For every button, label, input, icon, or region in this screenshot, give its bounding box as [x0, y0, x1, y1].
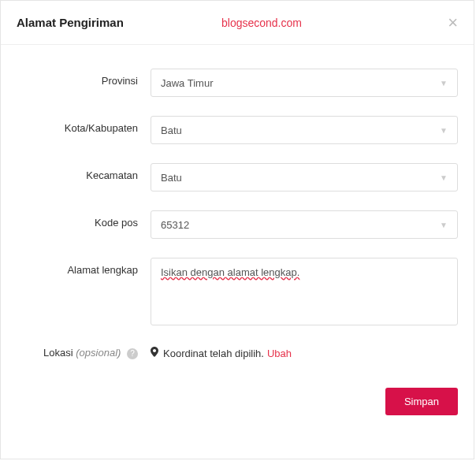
blog-watermark: blogsecond.com: [221, 17, 302, 29]
district-row: Kecamatan Batu ▼: [17, 163, 458, 191]
postal-value: 65312: [161, 219, 189, 231]
change-location-link[interactable]: Ubah: [267, 348, 292, 359]
location-label: Lokasi (opsional) ?: [17, 347, 151, 359]
province-select[interactable]: Jawa Timur ▼: [151, 69, 458, 97]
modal-header: Alamat Pengiriman blogsecond.com ×: [1, 1, 474, 45]
city-row: Kota/Kabupaten Batu ▼: [17, 116, 458, 144]
chevron-down-icon: ▼: [440, 221, 448, 229]
chevron-down-icon: ▼: [440, 79, 448, 87]
help-icon[interactable]: ?: [127, 348, 138, 359]
save-button[interactable]: Simpan: [385, 388, 458, 415]
city-select[interactable]: Batu ▼: [151, 116, 458, 144]
modal-footer: Simpan: [1, 375, 474, 428]
close-icon[interactable]: ×: [448, 14, 458, 32]
location-status: Koordinat telah dipilih.: [163, 348, 264, 359]
city-value: Batu: [161, 125, 182, 136]
chevron-down-icon: ▼: [440, 173, 448, 182]
city-label: Kota/Kabupaten: [17, 116, 151, 134]
map-pin-icon: [151, 347, 158, 359]
district-select[interactable]: Batu ▼: [151, 163, 458, 191]
location-row: Lokasi (opsional) ? Koordinat telah dipi…: [17, 347, 458, 359]
shipping-address-modal: Alamat Pengiriman blogsecond.com × Provi…: [0, 0, 474, 459]
location-label-main: Lokasi: [43, 347, 76, 359]
province-value: Jawa Timur: [161, 77, 213, 89]
location-label-optional: (opsional): [76, 347, 121, 359]
postal-select[interactable]: 65312 ▼: [151, 210, 458, 239]
modal-title: Alamat Pengiriman: [17, 16, 124, 29]
address-textarea[interactable]: [151, 258, 458, 325]
postal-row: Kode pos 65312 ▼: [17, 210, 458, 239]
chevron-down-icon: ▼: [440, 126, 448, 135]
modal-body: Provinsi Jawa Timur ▼ Kota/Kabupaten Bat…: [1, 45, 474, 375]
location-content: Koordinat telah dipilih. Ubah: [151, 347, 458, 359]
province-row: Provinsi Jawa Timur ▼: [17, 69, 458, 97]
province-label: Provinsi: [17, 69, 151, 87]
district-label: Kecamatan: [17, 163, 151, 181]
postal-label: Kode pos: [17, 210, 151, 229]
address-label: Alamat lengkap: [17, 258, 151, 276]
district-value: Batu: [161, 172, 182, 184]
address-row: Alamat lengkap: [17, 258, 458, 328]
